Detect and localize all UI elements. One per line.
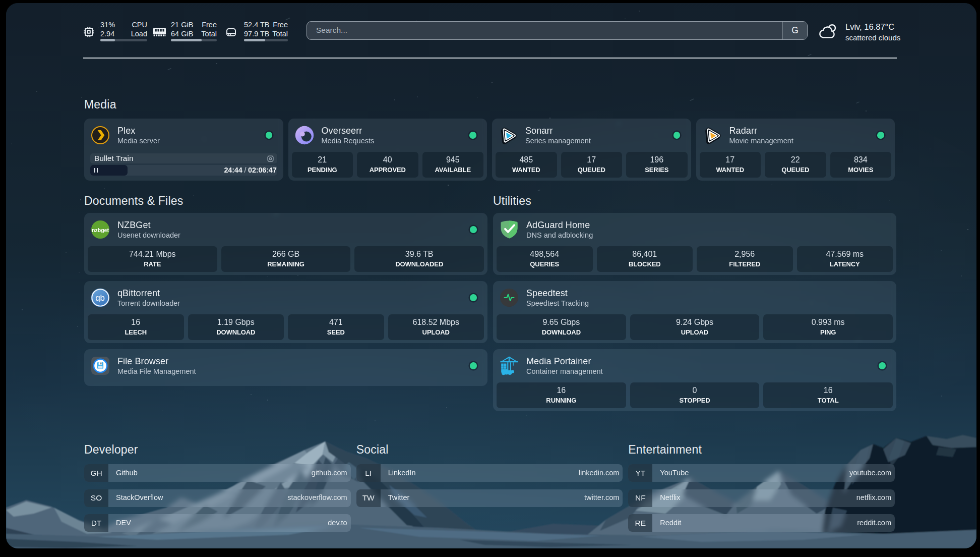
svg-text:nzbget: nzbget bbox=[92, 227, 109, 233]
svg-text:qb: qb bbox=[95, 293, 105, 303]
